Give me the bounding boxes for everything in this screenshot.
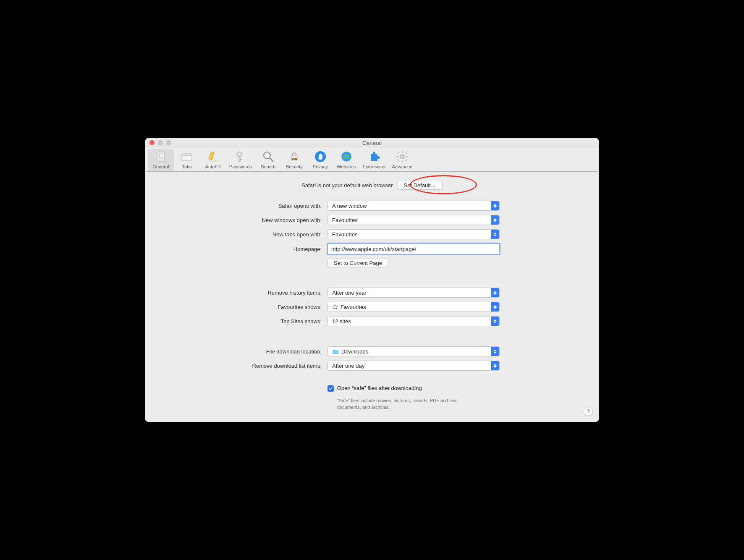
svg-rect-10 <box>211 160 216 161</box>
help-button[interactable]: ? <box>584 407 593 416</box>
general-settings-form: Safari opens with: A new window New wind… <box>158 201 586 411</box>
svg-text:×: × <box>184 153 186 156</box>
titlebar: General <box>145 138 599 147</box>
svg-rect-34 <box>406 152 408 154</box>
stepper-icon <box>491 317 499 326</box>
tab-search-label: Search <box>261 164 275 169</box>
tab-extensions[interactable]: Extensions <box>359 149 389 171</box>
homepage-field[interactable] <box>327 243 500 254</box>
open-safe-checkbox[interactable] <box>327 385 334 392</box>
tab-passwords-label: Passwords <box>229 164 252 169</box>
tab-security[interactable]: Security <box>281 149 307 171</box>
open-safe-label: Open “safe” files after downloading <box>337 385 422 391</box>
top-sites-label: Top Sites shows: <box>158 318 322 324</box>
svg-rect-14 <box>240 159 241 160</box>
remove-download-list-value: After one day <box>332 363 364 369</box>
new-windows-select[interactable]: Favourites <box>327 215 500 225</box>
new-windows-label: New windows open with: <box>158 217 322 223</box>
svg-marker-38 <box>333 304 338 309</box>
tab-extensions-label: Extensions <box>363 164 385 169</box>
set-current-page-button[interactable]: Set to Current Page <box>327 259 388 267</box>
svg-point-37 <box>401 156 403 158</box>
svg-rect-36 <box>406 159 408 161</box>
pencil-icon <box>206 150 220 163</box>
switch-icon <box>154 150 168 163</box>
magnifier-icon <box>262 150 275 163</box>
check-icon <box>328 386 333 391</box>
svg-rect-1 <box>160 153 162 157</box>
download-location-value: Downloads <box>332 348 368 355</box>
tab-security-label: Security <box>286 164 303 169</box>
remove-history-select[interactable]: After one year <box>327 288 500 298</box>
remove-history-value: After one year <box>332 290 367 296</box>
close-window-button[interactable] <box>149 140 155 145</box>
zoom-window-button[interactable] <box>166 140 171 145</box>
svg-rect-35 <box>397 159 399 161</box>
new-tabs-select[interactable]: Favourites <box>327 229 500 239</box>
puzzle-icon <box>367 150 381 163</box>
tab-general-label: General <box>152 164 169 169</box>
svg-rect-33 <box>397 152 399 154</box>
stepper-icon <box>491 230 499 239</box>
tab-tabs[interactable]: ×+ Tabs <box>174 149 200 171</box>
remove-history-label: Remove history items: <box>158 290 322 296</box>
download-location-label: File download location: <box>158 348 322 355</box>
tabs-icon: ×+ <box>180 150 194 163</box>
stepper-icon <box>491 215 499 225</box>
favourites-shows-select[interactable]: Favourites <box>327 302 500 312</box>
set-default-button[interactable]: Set Default… <box>398 181 443 190</box>
svg-marker-8 <box>210 160 210 162</box>
remove-download-list-label: Remove download list items: <box>158 363 322 369</box>
opens-with-select[interactable]: A new window <box>327 201 500 211</box>
svg-rect-29 <box>402 151 403 153</box>
svg-rect-39 <box>333 351 338 353</box>
svg-rect-30 <box>402 160 403 162</box>
hand-icon <box>314 150 327 163</box>
svg-point-2 <box>160 154 161 155</box>
tab-search[interactable]: Search <box>255 149 281 171</box>
new-tabs-label: New tabs open with: <box>158 231 322 238</box>
svg-text:+: + <box>189 153 191 156</box>
stepper-icon <box>491 302 499 311</box>
svg-rect-32 <box>406 156 408 157</box>
tab-autofill[interactable]: AutoFill <box>200 149 226 171</box>
gear-icon <box>396 150 409 163</box>
preferences-window: General General ×+ Tabs AutoFill Passwor <box>145 138 599 422</box>
top-sites-select[interactable]: 12 sites <box>327 316 500 326</box>
tab-autofill-label: AutoFill <box>205 164 221 169</box>
tab-privacy-label: Privacy <box>313 164 328 169</box>
top-sites-value: 12 sites <box>332 318 351 324</box>
minimize-window-button[interactable] <box>158 140 163 145</box>
stepper-icon <box>491 288 499 297</box>
new-tabs-value: Favourites <box>332 231 358 238</box>
svg-rect-9 <box>209 152 215 160</box>
tab-tabs-label: Tabs <box>182 164 191 169</box>
tab-websites-label: Websites <box>337 164 356 169</box>
svg-line-16 <box>270 158 273 161</box>
key-icon <box>234 150 247 163</box>
stepper-icon <box>491 361 499 370</box>
tab-websites[interactable]: Websites <box>333 149 359 171</box>
tab-advanced-label: Advanced <box>392 164 413 169</box>
globe-icon <box>340 150 353 163</box>
opens-with-label: Safari opens with: <box>158 203 322 209</box>
remove-download-list-select[interactable]: After one day <box>327 361 500 371</box>
tab-privacy[interactable]: Privacy <box>307 149 333 171</box>
lock-icon <box>288 150 301 163</box>
folder-icon <box>332 348 339 354</box>
tab-passwords[interactable]: Passwords <box>226 149 255 171</box>
download-location-select[interactable]: Downloads <box>327 346 500 356</box>
tab-advanced[interactable]: Advanced <box>389 149 416 171</box>
favourites-shows-label: Favourites shows: <box>158 304 322 310</box>
window-controls <box>145 140 171 145</box>
open-safe-note: “Safe” files include movies, pictures, s… <box>327 398 458 411</box>
default-browser-text: Safari is not your default web browser. <box>301 182 394 188</box>
default-browser-banner: Safari is not your default web browser. … <box>158 181 586 190</box>
tab-general[interactable]: General <box>148 149 174 171</box>
favourites-shows-value: Favourites <box>332 304 366 310</box>
svg-rect-31 <box>396 156 398 157</box>
stepper-icon <box>491 347 499 356</box>
window-title: General <box>145 140 599 146</box>
preferences-toolbar: General ×+ Tabs AutoFill Passwords Searc… <box>145 147 599 172</box>
preferences-content: Safari is not your default web browser. … <box>145 172 599 422</box>
